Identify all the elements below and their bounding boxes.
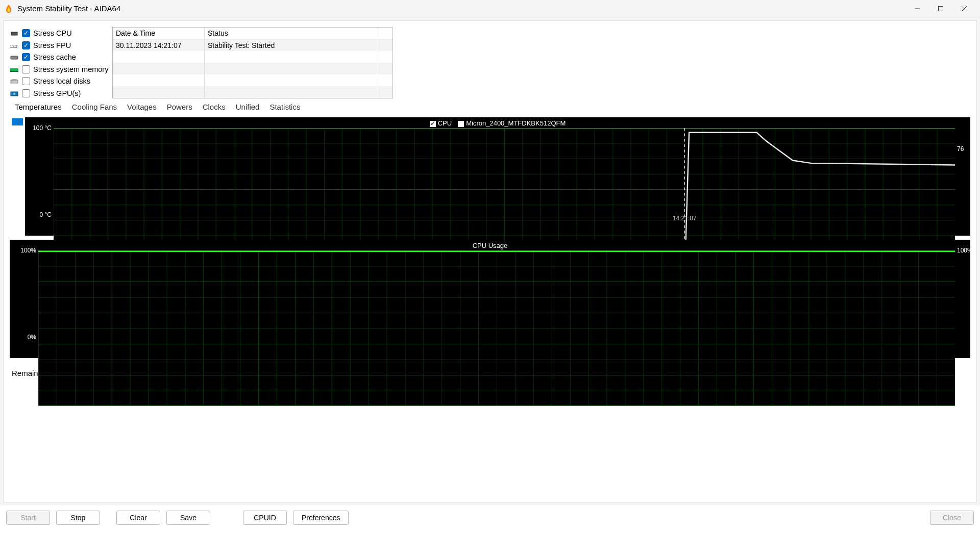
graph-series-gutter: [10, 117, 25, 236]
stress-option-2: Stress cache: [10, 52, 109, 63]
log-cell-status: Stability Test: Started: [205, 39, 378, 51]
tab-bar: TemperaturesCooling FansVoltagesPowersCl…: [10, 100, 970, 115]
log-cell-datetime: 30.11.2023 14:21:07: [113, 39, 205, 51]
usage-ylabel-bottom: 0%: [28, 334, 36, 341]
log-row[interactable]: [113, 74, 393, 86]
fpu-icon: 123: [10, 42, 19, 48]
cpuid-button[interactable]: CPUID: [243, 511, 287, 525]
usage-title: CPU Usage: [10, 240, 970, 250]
top-row: Stress CPU123Stress FPUStress cacheStres…: [10, 27, 970, 98]
log-cell-status: [205, 63, 378, 74]
stress-label-4[interactable]: Stress local disks: [33, 77, 90, 85]
usage-right-label: 100%: [957, 247, 973, 254]
chip-icon: [10, 30, 19, 36]
svg-rect-4: [11, 32, 17, 35]
save-button[interactable]: Save: [166, 511, 210, 525]
log-cell-datetime: [113, 86, 205, 98]
log-header-scroll: [378, 28, 390, 39]
clear-button[interactable]: Clear: [116, 511, 160, 525]
stress-label-2[interactable]: Stress cache: [33, 53, 76, 61]
log-cell-datetime: [113, 74, 205, 86]
stress-label-0[interactable]: Stress CPU: [33, 29, 72, 37]
stress-checkbox-5[interactable]: [22, 89, 30, 97]
series-bar-cpu[interactable]: [12, 118, 23, 125]
svg-point-12: [13, 93, 15, 95]
disk-icon: [10, 78, 19, 84]
close-window-button[interactable]: [952, 1, 976, 17]
legend-checkbox-0[interactable]: [430, 121, 436, 127]
stress-checkbox-4[interactable]: [22, 77, 30, 85]
log-row[interactable]: [113, 51, 393, 63]
stress-label-1[interactable]: Stress FPU: [33, 41, 71, 49]
log-header-datetime[interactable]: Date & Time: [113, 28, 205, 39]
svg-rect-1: [939, 6, 943, 11]
log-header: Date & Time Status: [113, 28, 393, 39]
log-row[interactable]: [113, 63, 393, 74]
svg-text:123: 123: [10, 44, 17, 49]
cpu-usage-graph[interactable]: CPU Usage 100% 0% 100%: [10, 240, 970, 358]
legend-checkbox-1[interactable]: [458, 121, 464, 127]
tab-powers[interactable]: Powers: [164, 100, 195, 115]
log-cell-datetime: [113, 63, 205, 74]
tab-temperatures[interactable]: Temperatures: [12, 100, 65, 115]
stress-checkbox-2[interactable]: [22, 53, 30, 61]
stress-option-0: Stress CPU: [10, 28, 109, 39]
usage-ylabel-top: 100%: [20, 247, 36, 254]
stress-option-4: Stress local disks: [10, 76, 109, 87]
stress-checkbox-3[interactable]: [22, 65, 30, 73]
legend-item-1[interactable]: Micron_2400_MTFDKBK512QFM: [458, 119, 566, 127]
svg-rect-16: [54, 128, 955, 129]
stress-option-3: Stress system memory: [10, 64, 109, 75]
app-icon: [4, 4, 13, 13]
log-table: Date & Time Status 30.11.2023 14:21:07St…: [112, 27, 393, 98]
tab-cooling-fans[interactable]: Cooling Fans: [69, 100, 120, 115]
temperature-graph[interactable]: CPUMicron_2400_MTFDKBK512QFM 100 °C 0 °C…: [25, 117, 970, 236]
svg-rect-7: [10, 68, 18, 71]
temperature-plot-wrap: 100 °C 0 °C 76 14:21:07: [54, 128, 955, 215]
temp-ylabel-top: 100 °C: [33, 124, 52, 132]
log-row[interactable]: 30.11.2023 14:21:07Stability Test: Start…: [113, 39, 393, 51]
log-cell-status: [205, 86, 378, 98]
svg-rect-8: [10, 71, 18, 72]
svg-rect-20: [38, 250, 955, 406]
log-body: 30.11.2023 14:21:07Stability Test: Start…: [113, 39, 393, 98]
maximize-button[interactable]: [929, 1, 952, 17]
app-window: System Stability Test - AIDA64 Stress CP…: [0, 0, 980, 533]
temp-ylabel-bottom: 0 °C: [40, 211, 52, 218]
titlebar: System Stability Test - AIDA64: [0, 0, 980, 17]
tab-statistics[interactable]: Statistics: [266, 100, 303, 115]
temp-xlabel-start: 14:21:07: [673, 215, 697, 222]
stress-options-list: Stress CPU123Stress FPUStress cacheStres…: [10, 27, 109, 98]
tab-unified[interactable]: Unified: [233, 100, 263, 115]
stress-checkbox-1[interactable]: [22, 41, 30, 49]
graph-container: CPUMicron_2400_MTFDKBK512QFM 100 °C 0 °C…: [10, 117, 970, 358]
usage-graph-outer: CPU Usage 100% 0% 100%: [10, 240, 970, 358]
stress-option-1: 123Stress FPU: [10, 40, 109, 51]
tab-clocks[interactable]: Clocks: [200, 100, 229, 115]
usage-plot-wrap: 100% 0% 100%: [38, 250, 955, 337]
temperature-legend: CPUMicron_2400_MTFDKBK512QFM: [25, 117, 970, 128]
start-button[interactable]: Start: [6, 511, 50, 525]
legend-item-0[interactable]: CPU: [430, 119, 452, 127]
preferences-button[interactable]: Preferences: [293, 511, 349, 525]
log-cell-status: [205, 74, 378, 86]
log-cell-datetime: [113, 51, 205, 63]
stress-label-3[interactable]: Stress system memory: [33, 65, 108, 73]
usage-title-text: CPU Usage: [473, 242, 508, 249]
stress-label-5[interactable]: Stress GPU(s): [33, 89, 81, 97]
minimize-button[interactable]: [905, 1, 929, 17]
log-row[interactable]: [113, 86, 393, 98]
content-area: Stress CPU123Stress FPUStress cacheStres…: [3, 20, 977, 502]
button-bar: Start Stop Clear Save CPUID Preferences …: [0, 505, 980, 533]
stress-option-5: Stress GPU(s): [10, 88, 109, 99]
stop-button[interactable]: Stop: [56, 511, 100, 525]
drive-icon: [10, 54, 19, 60]
window-title: System Stability Test - AIDA64: [17, 4, 120, 13]
close-button[interactable]: Close: [930, 511, 974, 525]
log-header-status[interactable]: Status: [205, 28, 378, 39]
svg-rect-10: [11, 81, 18, 83]
svg-rect-21: [38, 405, 955, 407]
tab-voltages[interactable]: Voltages: [124, 100, 160, 115]
log-cell-status: [205, 51, 378, 63]
stress-checkbox-0[interactable]: [22, 29, 30, 37]
